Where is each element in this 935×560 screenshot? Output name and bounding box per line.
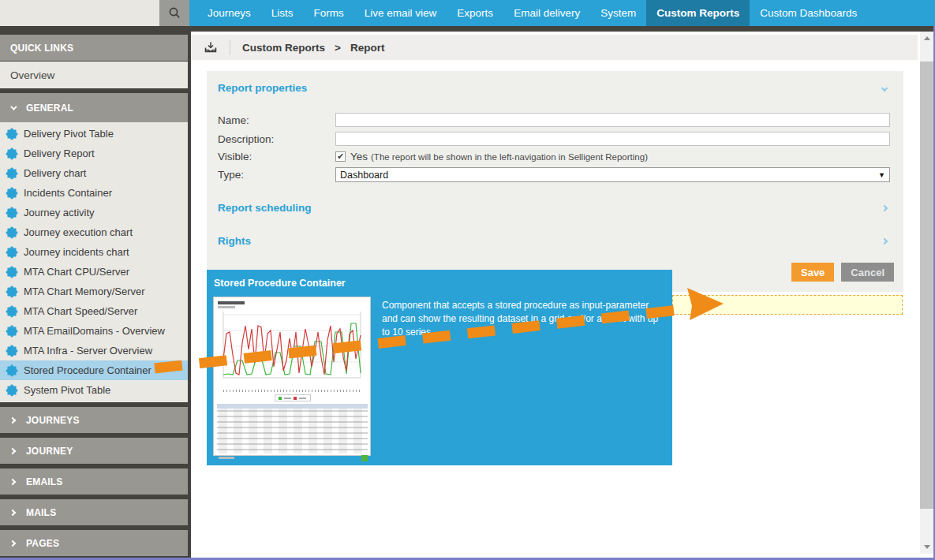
sidebar-item[interactable]: MTA Infra - Server Overview xyxy=(0,341,188,360)
tooltip-title: Stored Procedure Container xyxy=(207,270,672,289)
section-report-properties[interactable]: Report properties xyxy=(218,82,890,94)
nav-tab[interactable]: Live email view xyxy=(354,0,447,26)
sidebar-section-label: JOURNEY xyxy=(26,446,73,457)
puzzle-icon xyxy=(6,128,18,140)
overview-label: Overview xyxy=(10,69,54,81)
puzzle-icon xyxy=(6,207,18,219)
sidebar-item[interactable]: Journey execution chart xyxy=(0,222,188,242)
vertical-scrollbar[interactable] xyxy=(920,32,933,554)
section-rights[interactable]: Rights xyxy=(218,235,890,247)
nav-tab[interactable]: Forms xyxy=(304,0,354,26)
thumb-chart-title xyxy=(218,301,245,304)
type-selected-value: Dashboard xyxy=(340,170,388,181)
sidebar-quick-links-header: QUICK LINKS xyxy=(0,35,188,61)
dropdown-arrow-icon: ▼ xyxy=(878,171,885,179)
nav-tab-label: Live email view xyxy=(365,7,437,19)
sidebar-section[interactable]: PAGES xyxy=(0,530,188,556)
nav-tab-label: Forms xyxy=(314,7,344,19)
name-field[interactable] xyxy=(335,113,890,127)
sidebar-item-overview[interactable]: Overview xyxy=(0,62,188,88)
triangle-down-icon xyxy=(924,545,930,549)
visible-checkbox[interactable]: ✔ xyxy=(335,151,346,162)
sidebar-item[interactable]: MTA Chart CPU/Server xyxy=(0,262,188,282)
sidebar-item[interactable]: Journey incidents chart xyxy=(0,242,188,262)
search-input[interactable] xyxy=(0,0,159,26)
chevron-right-icon xyxy=(9,478,16,484)
import-tray-icon[interactable] xyxy=(204,40,218,54)
nav-tab[interactable]: Journeys xyxy=(197,0,261,26)
nav-tab[interactable]: Custom Dashboards xyxy=(750,0,867,26)
thumb-line-chart xyxy=(217,310,367,386)
sidebar-item[interactable]: Incidents Container xyxy=(0,183,188,203)
sidebar-item[interactable]: MTA Chart Speed/Server xyxy=(0,301,188,321)
sidebar-section[interactable]: MAILS xyxy=(0,499,188,525)
chevron-down-icon xyxy=(881,84,888,91)
top-navigation: Journeys Lists Forms Live email view Exp… xyxy=(0,0,935,26)
sidebar-item[interactable]: MTA Chart Memory/Server xyxy=(0,282,188,301)
section-report-scheduling[interactable]: Report scheduling xyxy=(218,202,890,214)
thumb-grid-rows xyxy=(217,409,368,454)
thumb-grid-footer xyxy=(217,454,368,461)
sidebar-section-general[interactable]: GENERAL xyxy=(0,93,188,122)
nav-tab[interactable]: System xyxy=(590,0,646,26)
sidebar-item[interactable]: System Pivot Table xyxy=(0,380,188,400)
nav-tab-label: Custom Reports xyxy=(656,7,739,19)
nav-tab-label: Lists xyxy=(271,7,294,19)
thumb-x-axis-labels xyxy=(223,390,362,392)
scrollbar-up-button[interactable] xyxy=(920,32,933,45)
sidebar-section[interactable]: EMAILS xyxy=(0,469,188,495)
sidebar-item-label: Delivery Pivot Table xyxy=(24,128,114,140)
component-tooltip: Stored Procedure Container xyxy=(207,270,672,465)
sidebar-item-label: Incidents Container xyxy=(24,187,112,199)
sidebar-section[interactable]: JOURNEYS xyxy=(0,407,188,433)
sidebar-item-label: MTA Chart Speed/Server xyxy=(24,305,137,317)
nav-tab[interactable]: Custom Reports xyxy=(646,0,750,26)
sidebar-item-label: MTA Chart Memory/Server xyxy=(24,286,145,297)
sidebar-item-label: Journey execution chart xyxy=(24,226,133,238)
nav-tab[interactable]: Email delivery xyxy=(503,0,590,26)
chevron-right-icon xyxy=(881,204,888,211)
sidebar: QUICK LINKS Overview GENERAL Delivery Pi… xyxy=(0,32,191,558)
breadcrumb-custom-reports[interactable]: Custom Reports xyxy=(242,42,325,54)
sidebar-item-label: MTA Infra - Server Overview xyxy=(24,345,152,357)
triangle-up-icon xyxy=(924,36,930,40)
scrollbar-down-button[interactable] xyxy=(920,540,933,554)
sidebar-item[interactable]: Stored Procedure Container xyxy=(0,360,188,380)
quick-links-label: QUICK LINKS xyxy=(10,43,73,54)
sidebar-item[interactable]: Delivery Pivot Table xyxy=(0,124,188,144)
sidebar-item[interactable]: Delivery Report xyxy=(0,144,188,163)
general-label: GENERAL xyxy=(26,103,73,114)
sidebar-item[interactable]: Journey activity xyxy=(0,203,188,222)
report-form-panel: Report properties Name: Description: Vis… xyxy=(207,71,903,292)
description-field[interactable] xyxy=(335,132,890,146)
nav-bottom-strip xyxy=(0,26,935,32)
thumb-legend xyxy=(275,394,311,401)
save-button[interactable]: Save xyxy=(791,263,834,282)
type-select[interactable]: Dashboard ▼ xyxy=(335,167,890,182)
chevron-right-icon xyxy=(9,416,16,423)
sidebar-item-label: MTA EmailDomains - Overview xyxy=(24,325,165,337)
visible-note: (The report will be shown in the left-na… xyxy=(371,152,648,162)
puzzle-icon xyxy=(6,226,18,239)
breadcrumb: Custom Reports > Report xyxy=(242,42,384,54)
cancel-button[interactable]: Cancel xyxy=(841,263,894,282)
puzzle-icon xyxy=(6,384,18,397)
type-label: Type: xyxy=(218,169,335,181)
visible-row: Visible: ✔ Yes (The report will be shown… xyxy=(218,151,890,162)
nav-tab-label: Journeys xyxy=(208,7,251,19)
type-row: Type: Dashboard ▼ xyxy=(218,167,890,182)
puzzle-icon xyxy=(6,325,18,338)
sidebar-item[interactable]: MTA EmailDomains - Overview xyxy=(0,321,188,341)
puzzle-icon xyxy=(6,286,18,298)
puzzle-icon xyxy=(6,147,18,160)
sidebar-item-label: Journey incidents chart xyxy=(24,246,129,258)
sidebar-section[interactable]: JOURNEY xyxy=(0,438,188,464)
nav-tab[interactable]: Exports xyxy=(447,0,503,26)
description-row: Description: xyxy=(218,132,890,146)
sidebar-item[interactable]: Delivery chart xyxy=(0,163,188,183)
search-button[interactable] xyxy=(159,0,189,26)
scrollbar-thumb[interactable] xyxy=(920,62,933,509)
sidebar-item-label: Delivery chart xyxy=(24,167,86,179)
breadcrumb-divider xyxy=(230,39,230,55)
nav-tab[interactable]: Lists xyxy=(261,0,304,26)
